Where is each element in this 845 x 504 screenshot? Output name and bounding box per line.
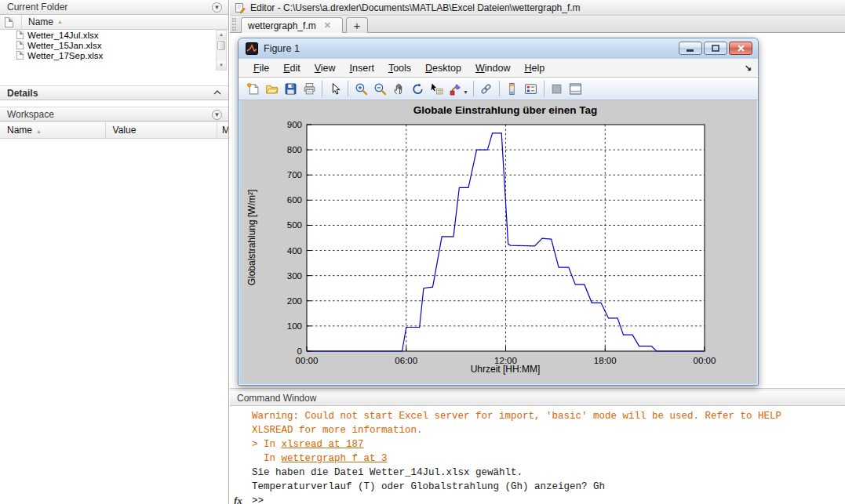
new-tab-button[interactable]: + — [346, 17, 368, 33]
x-axis-label: Uhrzeit [HH:MM] — [471, 364, 541, 375]
workspace-col-name[interactable]: Name▲ — [0, 122, 106, 138]
file-row[interactable]: Wetter_14Jul.xlsx — [0, 30, 228, 40]
menu-desktop[interactable]: Desktop — [418, 63, 468, 74]
file-row[interactable]: Wetter_17Sep.xlsx — [0, 50, 228, 60]
workspace-grid-header: Name▲ Value Min — [0, 121, 228, 139]
edit-plot-icon[interactable] — [326, 80, 344, 98]
details-header[interactable]: Details — [0, 85, 228, 100]
command-prompt[interactable]: >> — [252, 494, 264, 504]
file-name: Wetter_17Sep.xlsx — [27, 51, 103, 60]
output-text: XLSREAD for more information. — [252, 425, 423, 436]
details-collapse-icon[interactable] — [212, 89, 222, 99]
y-tick-label: 500 — [287, 220, 302, 230]
y-axis-label: Globalstrahlung [W/m²] — [246, 190, 257, 286]
y-tick-label: 300 — [287, 271, 302, 281]
file-row[interactable]: Wetter_15Jan.xlsx — [0, 40, 228, 50]
y-tick-label: 200 — [287, 296, 302, 306]
dock-figure-icon[interactable]: ↘ — [745, 63, 752, 73]
output-text: > In — [252, 439, 282, 450]
brush-dropdown-icon[interactable]: ▼ — [463, 89, 468, 95]
zoom-in-icon[interactable] — [351, 80, 370, 98]
matlab-desktop: Current Folder ▼ Name ▲ Wetter_14Jul.xls… — [0, 0, 845, 504]
tab-wettergraph[interactable]: wettergraph_f.m ✕ — [241, 17, 343, 33]
data-cursor-icon[interactable] — [427, 80, 446, 98]
irradiance-plot: Globale Einstrahlung über einen Tag 0100… — [242, 100, 756, 383]
file-icon — [16, 31, 24, 39]
x-tick-label: 06:00 — [395, 356, 417, 365]
menu-edit[interactable]: Edit — [276, 63, 308, 74]
command-prompt-row[interactable]: fx >> — [252, 494, 845, 504]
close-button[interactable] — [729, 42, 752, 55]
menu-file[interactable]: File — [246, 63, 276, 74]
figure-menubar: FileEditViewInsertToolsDesktopWindowHelp… — [239, 59, 758, 78]
command-output-line: > In xlsread at 187 — [252, 437, 845, 451]
output-text: In — [252, 453, 282, 464]
file-list-scrollbar[interactable]: ▲ ▼ — [216, 30, 227, 71]
file-icon — [16, 41, 24, 49]
menu-window[interactable]: Window — [468, 63, 517, 74]
new-figure-icon[interactable] — [243, 80, 262, 98]
workspace-col-value[interactable]: Value — [106, 122, 218, 138]
command-output-line: XLSREAD for more information. — [252, 423, 845, 437]
editor-icon — [235, 2, 246, 13]
file-name: Wetter_14Jul.xlsx — [27, 31, 99, 40]
file-list-column-header[interactable]: Name ▲ — [0, 15, 228, 30]
command-window-header: Command Window — [230, 391, 845, 406]
insert-colorbar-icon[interactable] — [503, 80, 522, 98]
pan-icon[interactable] — [389, 80, 408, 98]
file-type-column-icon — [0, 15, 22, 29]
hide-plot-tools-icon[interactable] — [548, 80, 566, 98]
insert-legend-icon[interactable] — [522, 80, 541, 98]
x-tick-label: 18:00 — [594, 356, 617, 365]
brush-data-icon[interactable] — [446, 80, 464, 98]
zoom-out-icon[interactable] — [370, 80, 389, 98]
current-folder-title: Current Folder — [7, 2, 67, 13]
rotate-3d-icon[interactable] — [408, 80, 427, 98]
x-tick-label: 00:00 — [694, 356, 716, 365]
matlab-logo-icon — [246, 42, 258, 55]
menu-help[interactable]: Help — [517, 63, 552, 74]
menu-insert[interactable]: Insert — [343, 63, 381, 74]
print-figure-icon[interactable] — [300, 80, 319, 98]
link-plot-icon[interactable] — [477, 80, 496, 98]
command-window-body[interactable]: Warning: Could not start Excel server fo… — [230, 406, 845, 504]
file-list: Wetter_14Jul.xlsxWetter_15Jan.xlsxWetter… — [0, 30, 228, 73]
minimize-button[interactable] — [679, 42, 702, 55]
output-text: Temperaturverlauf (T) oder Globalstrahlu… — [252, 481, 605, 492]
editor-titlebar: Editor - C:\Users\a.drexler\Documents\MA… — [230, 0, 845, 16]
y-tick-label: 400 — [287, 246, 302, 256]
figure-titlebar[interactable]: Figure 1 — [239, 38, 758, 59]
stack-trace-link[interactable]: wettergraph_f at 3 — [282, 453, 388, 464]
workspace-menu-icon[interactable]: ▼ — [212, 110, 222, 120]
output-text: Sie haben die Datei Wetter_14Jul.xlsx ge… — [252, 467, 523, 478]
file-name: Wetter_15Jan.xlsx — [27, 41, 101, 50]
file-icon — [16, 51, 24, 60]
scroll-down-icon[interactable]: ▼ — [217, 61, 226, 70]
command-output-line: In wettergraph_f at 3 — [252, 451, 845, 466]
workspace-col-min[interactable]: Min — [217, 122, 228, 138]
y-tick-label: 800 — [287, 145, 302, 154]
figure-window: Figure 1 FileEditViewInsertToolsDesktopW… — [238, 38, 759, 386]
scroll-up-icon[interactable]: ▲ — [217, 31, 226, 39]
current-folder-header: Current Folder ▼ — [0, 0, 228, 15]
editor-title: Editor - C:\Users\a.drexler\Documents\MA… — [250, 2, 581, 13]
open-file-icon[interactable] — [262, 80, 281, 98]
name-column-label: Name — [22, 15, 53, 29]
save-figure-icon[interactable] — [281, 80, 300, 98]
editor-tab-strip: wettergraph_f.m ✕ + — [230, 16, 845, 33]
y-tick-label: 0 — [297, 346, 302, 356]
current-folder-menu-icon[interactable]: ▼ — [212, 2, 222, 13]
command-output-line: Warning: Could not start Excel server fo… — [252, 409, 845, 423]
figure-toolbar: ▼ — [239, 78, 758, 100]
stack-trace-link[interactable]: xlsread at 187 — [282, 439, 364, 450]
y-tick-label: 100 — [287, 321, 302, 331]
show-plot-tools-icon[interactable] — [566, 80, 585, 98]
restore-button[interactable] — [704, 42, 727, 55]
menu-view[interactable]: View — [308, 63, 343, 74]
menu-tools[interactable]: Tools — [381, 63, 418, 74]
scrollbar-thumb[interactable] — [217, 41, 225, 50]
y-tick-label: 700 — [287, 170, 302, 179]
function-hint-button[interactable]: fx — [234, 494, 245, 504]
tab-close-icon[interactable]: ✕ — [324, 20, 331, 31]
tab-strip-grip[interactable] — [232, 18, 236, 31]
